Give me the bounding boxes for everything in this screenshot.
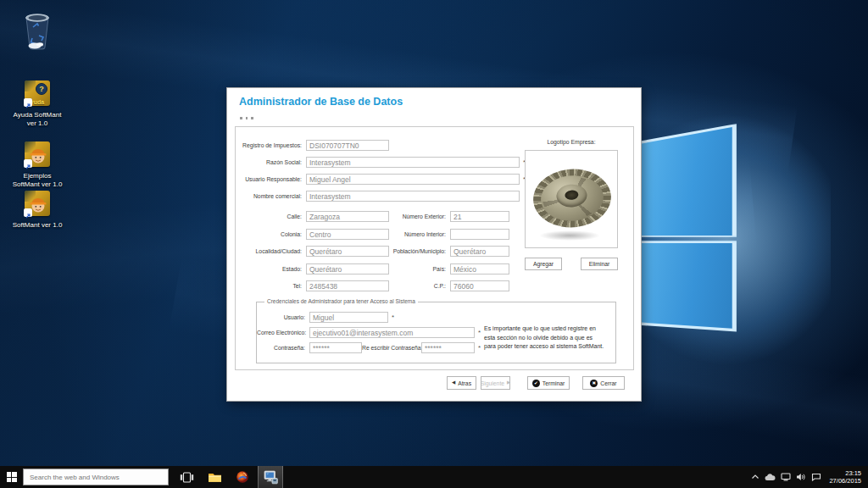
field-label: C.P.: — [389, 283, 448, 289]
required-marker: * — [478, 329, 481, 336]
codigo-postal-input[interactable] — [450, 280, 509, 291]
atras-button[interactable]: ◀ Atras — [447, 376, 476, 390]
volume-tray-icon[interactable] — [795, 471, 806, 483]
eliminar-button[interactable]: Eliminar — [581, 258, 618, 270]
desktop-icon-recycle-bin[interactable] — [3, 10, 72, 54]
desktop-icon-ejemplos-softmant[interactable]: Ejemplos SoftMant ver 1.0 — [3, 141, 72, 188]
desktop-icon-label: SoftMant ver 1.0 — [3, 221, 72, 230]
network-icon — [781, 473, 791, 481]
start-button[interactable] — [0, 466, 23, 488]
field-label: Re escribir Contraseña: — [362, 345, 420, 351]
desktop-icon-label: Ayuda SoftMant — [3, 111, 72, 119]
registro-impuestos-input[interactable] — [306, 140, 389, 151]
desktop-icon-label: ver 1.0 — [3, 119, 72, 128]
question-mark-icon: ? — [36, 83, 47, 95]
field-label: Localidad/Ciudad: — [236, 248, 304, 254]
desktop-icon-label: SoftMant ver 1.0 — [3, 180, 72, 189]
correo-electronico-input[interactable] — [309, 327, 475, 338]
field-label: Usuario: — [257, 314, 308, 320]
re-contrasena-input[interactable] — [421, 342, 475, 353]
field-label: Población/Municipio: — [389, 248, 448, 254]
field-label: Contraseña: — [257, 345, 308, 351]
usuario-input[interactable] — [309, 312, 388, 323]
desktop-icon-label: Ejemplos — [3, 172, 72, 180]
nombre-comercial-input[interactable] — [306, 191, 520, 202]
field-label: Registro de Impuestos: — [236, 142, 304, 148]
show-hidden-icons-button[interactable] — [749, 471, 760, 483]
field-label: País: — [389, 266, 448, 272]
windows-logo-icon — [7, 472, 17, 482]
field-label: Calle: — [236, 214, 304, 219]
desktop: ? yuda Ayuda SoftMant ver 1.0 — [0, 0, 868, 488]
field-label: Nombre comercial: — [236, 193, 304, 199]
field-label: Colonia: — [236, 231, 304, 237]
onedrive-tray-icon[interactable] — [765, 471, 776, 483]
calle-input[interactable] — [306, 211, 389, 222]
shortcut-arrow-icon — [24, 159, 32, 168]
setup-app-button-active[interactable] — [258, 466, 283, 488]
field-label: Razón Social: — [236, 159, 304, 165]
app-icon — [236, 470, 249, 484]
company-logo-box — [525, 150, 618, 248]
next-arrow-icon: ▶ — [507, 380, 510, 385]
credentials-note: Es importante que lo que usted registre … — [484, 324, 618, 352]
razon-social-input[interactable] — [306, 157, 520, 168]
terminar-button[interactable]: ✔ Terminar — [527, 376, 570, 390]
check-icon: ✔ — [532, 380, 540, 387]
field-label: Correo Electrónico: — [257, 330, 308, 336]
estado-input[interactable] — [306, 263, 389, 274]
usuario-responsable-input[interactable] — [306, 174, 520, 185]
shortcut-arrow-icon — [24, 98, 32, 107]
action-center-button[interactable] — [810, 471, 821, 483]
taskbar-search[interactable] — [23, 469, 169, 485]
colonia-input[interactable] — [306, 229, 389, 240]
taskbar: 23:15 27/06/2015 — [0, 466, 868, 488]
file-explorer-button[interactable] — [204, 466, 225, 488]
cloud-icon — [765, 474, 776, 481]
groupbox-legend: Credenciales de Administrador para tener… — [264, 298, 418, 304]
search-input[interactable] — [30, 474, 157, 481]
installer-icon — [263, 470, 279, 485]
field-label: Tel: — [236, 283, 304, 289]
cerrar-button[interactable]: ✖ Cerrar — [582, 376, 625, 390]
pais-input[interactable] — [450, 263, 509, 274]
numero-interior-input[interactable] — [450, 229, 509, 240]
contrasena-input[interactable] — [309, 342, 362, 353]
gear-shadow — [539, 230, 600, 241]
shortcut-arrow-icon — [24, 208, 32, 217]
required-marker: * — [392, 313, 394, 321]
field-label: Estado: — [236, 266, 304, 272]
folder-icon — [208, 471, 222, 483]
task-view-button[interactable] — [176, 466, 197, 488]
field-label: Usuario Responsable: — [236, 176, 304, 182]
close-icon: ✖ — [590, 380, 598, 387]
agregar-button[interactable]: Agregar — [525, 258, 562, 270]
recycle-bin-icon — [22, 10, 53, 54]
action-center-icon — [811, 473, 821, 481]
task-view-icon — [180, 472, 194, 483]
form-panel: Registro de Impuestos: Razón Social: * U… — [235, 126, 634, 370]
required-marker: * — [478, 344, 481, 352]
chevron-up-icon — [751, 474, 760, 480]
siguiente-button[interactable]: Siguiente ▶ — [481, 376, 510, 390]
desktop-icon-ayuda-softmant[interactable]: ? yuda Ayuda SoftMant ver 1.0 — [3, 80, 72, 127]
speaker-icon — [796, 473, 806, 481]
credentials-groupbox: Credenciales de Administrador para tener… — [256, 302, 616, 363]
telefono-input[interactable] — [306, 280, 389, 291]
dialog-title: Administrador de Base de Datos — [239, 96, 403, 108]
numero-exterior-input[interactable] — [450, 211, 509, 222]
taskbar-clock[interactable]: 23:15 27/06/2015 — [826, 469, 865, 485]
company-logo-gear-image — [529, 164, 615, 231]
back-arrow-icon: ◀ — [452, 380, 455, 385]
app-button[interactable] — [232, 466, 253, 488]
poblacion-municipio-input[interactable] — [450, 246, 509, 257]
clock-time: 23:15 — [829, 469, 861, 477]
localidad-ciudad-input[interactable] — [306, 246, 389, 257]
database-admin-dialog: Administrador de Base de Datos Registro … — [226, 87, 642, 402]
network-tray-icon[interactable] — [780, 471, 791, 483]
logo-label: Logotipo Empresa: — [525, 139, 618, 145]
field-label: Número Interior: — [389, 231, 448, 237]
step-dots — [240, 117, 253, 119]
desktop-icon-softmant[interactable]: SoftMant ver 1.0 — [3, 191, 72, 230]
clock-date: 27/06/2015 — [829, 477, 861, 485]
